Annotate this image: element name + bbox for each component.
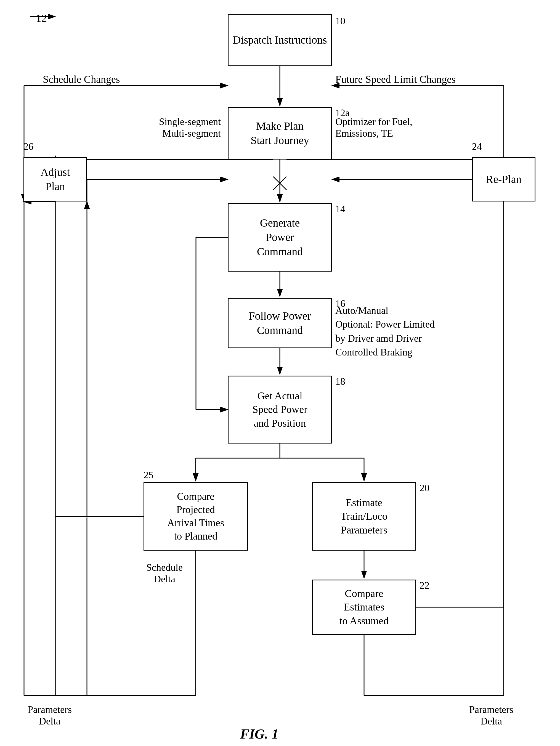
label-12-arrow <box>28 8 61 25</box>
label-20: 20 <box>420 482 429 494</box>
svg-line-4 <box>273 177 286 190</box>
future-speed-label: Future Speed Limit Changes <box>335 73 456 85</box>
adjust-plan-label: AdjustPlan <box>40 165 70 194</box>
label-14: 14 <box>335 203 345 215</box>
make-plan-label: Make PlanStart Journey <box>251 119 309 148</box>
schedule-delta-label: ScheduleDelta <box>146 562 183 585</box>
compare-estimates-box: CompareEstimatesto Assumed <box>312 580 416 635</box>
re-plan-box: Re-Plan <box>472 157 535 201</box>
generate-power-label: GeneratePowerCommand <box>257 216 303 259</box>
parameters-delta-left-label: ParametersDelta <box>28 704 72 727</box>
label-26: 26 <box>24 141 33 152</box>
make-plan-box: Make PlanStart Journey <box>228 107 332 160</box>
follow-power-label: Follow PowerCommand <box>249 309 311 338</box>
optimizer-label: Optimizer for Fuel,Emissions, TE <box>335 116 412 139</box>
single-segment-label: Single-segmentMulti-segment <box>86 116 221 139</box>
generate-power-box: GeneratePowerCommand <box>228 203 332 271</box>
adjust-plan-box: AdjustPlan <box>24 157 87 201</box>
label-18: 18 <box>335 376 345 387</box>
compare-projected-box: CompareProjectedArrival Timesto Planned <box>143 482 248 551</box>
estimate-train-label: EstimateTrain/LocoParameters <box>341 496 388 537</box>
label-24: 24 <box>472 141 482 152</box>
get-actual-label: Get ActualSpeed Powerand Position <box>252 389 307 430</box>
dispatch-instructions-label: Dispatch Instructions <box>233 33 327 47</box>
follow-power-box: Follow PowerCommand <box>228 298 332 348</box>
fig-caption: FIG. 1 <box>240 726 279 742</box>
parameters-delta-right-label: ParametersDelta <box>469 704 513 727</box>
label-10: 10 <box>335 15 345 27</box>
diagram-container: Dispatch Instructions Make PlanStart Jou… <box>0 0 560 746</box>
auto-manual-label: Auto/ManualOptional: Power Limitedby Dri… <box>335 304 435 359</box>
re-plan-label: Re-Plan <box>486 172 522 186</box>
label-22: 22 <box>420 580 429 591</box>
estimate-train-box: EstimateTrain/LocoParameters <box>312 482 416 551</box>
compare-estimates-label: CompareEstimatesto Assumed <box>339 587 389 628</box>
schedule-changes-label: Schedule Changes <box>43 73 120 85</box>
dispatch-instructions-box: Dispatch Instructions <box>228 14 332 66</box>
get-actual-box: Get ActualSpeed Powerand Position <box>228 376 332 443</box>
label-25: 25 <box>143 469 153 481</box>
svg-line-5 <box>273 177 286 190</box>
compare-projected-label: CompareProjectedArrival Timesto Planned <box>167 490 224 543</box>
